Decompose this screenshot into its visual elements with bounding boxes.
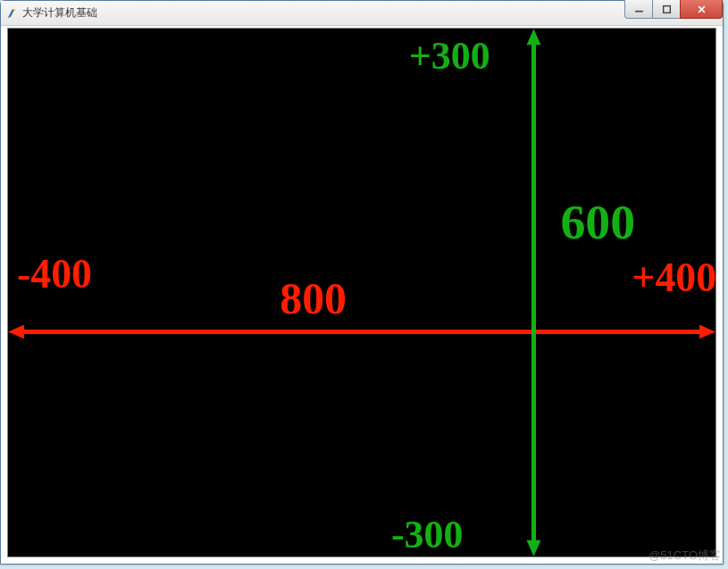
- svg-marker-3: [8, 324, 24, 339]
- y-pos-label: +300: [409, 34, 490, 77]
- window-controls: [625, 0, 723, 19]
- coordinate-diagram: -400 +400 800 +300 -300 600: [8, 29, 715, 556]
- x-neg-label: -400: [17, 251, 92, 297]
- svg-rect-1: [663, 5, 670, 13]
- x-axis: [8, 324, 715, 339]
- x-pos-label: +400: [632, 255, 715, 301]
- turtle-canvas: -400 +400 800 +300 -300 600: [7, 28, 716, 557]
- title-bar[interactable]: 大学计算机基础: [1, 1, 723, 26]
- y-axis: [527, 29, 541, 556]
- svg-marker-7: [527, 540, 541, 556]
- x-span-label: 800: [280, 274, 347, 323]
- maximize-button[interactable]: [652, 0, 681, 19]
- close-button[interactable]: [680, 0, 723, 19]
- minimize-button[interactable]: [624, 0, 653, 19]
- svg-marker-6: [527, 29, 541, 45]
- app-window: 大学计算机基础: [0, 0, 724, 565]
- y-neg-label: -300: [391, 513, 463, 556]
- watermark-text: @51CTO博客: [649, 548, 721, 564]
- feather-icon: [6, 7, 19, 20]
- window-title: 大学计算机基础: [22, 5, 97, 21]
- y-span-label: 600: [560, 194, 635, 249]
- svg-marker-4: [699, 324, 715, 339]
